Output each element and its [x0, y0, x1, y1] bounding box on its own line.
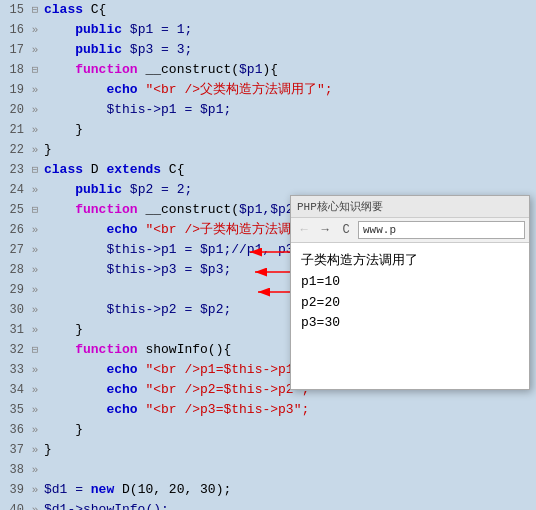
browser-popup[interactable]: PHP核心知识纲要 ← → C www.p 子类构造方法调用了p1=10p2=2…	[290, 195, 530, 390]
address-bar[interactable]: www.p	[358, 221, 525, 239]
browser-output-line: p1=10	[301, 272, 519, 293]
browser-titlebar: PHP核心知识纲要	[291, 196, 529, 218]
browser-title: PHP核心知识纲要	[297, 199, 383, 214]
browser-content: 子类构造方法调用了p1=10p2=20p3=30	[291, 243, 529, 389]
refresh-button[interactable]: C	[337, 221, 355, 239]
browser-output-line: 子类构造方法调用了	[301, 251, 519, 272]
address-text: www.p	[363, 224, 396, 236]
browser-output: 子类构造方法调用了p1=10p2=20p3=30	[301, 251, 519, 334]
browser-nav: ← → C www.p	[291, 218, 529, 243]
editor-container: 15⊟class C{16» public $p1 = 1;17» public…	[0, 0, 536, 510]
browser-output-line: p3=30	[301, 313, 519, 334]
browser-output-line: p2=20	[301, 293, 519, 314]
forward-button[interactable]: →	[316, 221, 334, 239]
back-button[interactable]: ←	[295, 221, 313, 239]
